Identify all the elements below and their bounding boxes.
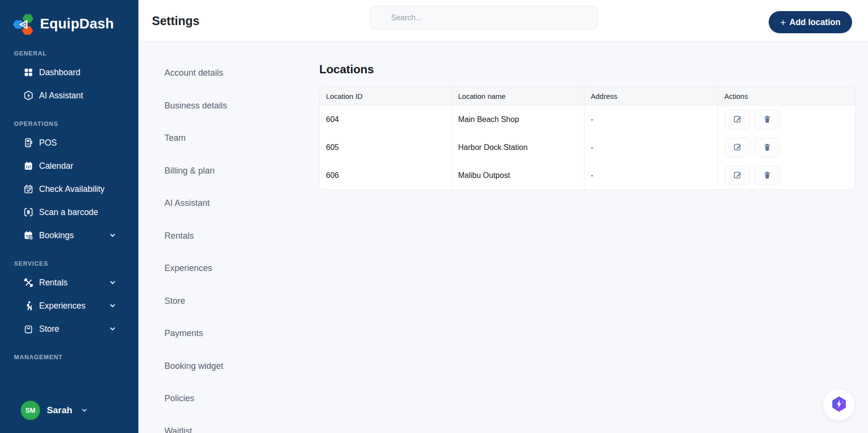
edit-location-button[interactable] bbox=[724, 138, 750, 157]
settings-menu-item-rentals[interactable]: Rentals bbox=[164, 220, 227, 253]
sidebar-item-label: AI Assistant bbox=[39, 91, 83, 101]
row-actions bbox=[724, 138, 849, 157]
main-area: Settings + Add location Account details … bbox=[138, 0, 868, 433]
user-name: Sarah bbox=[47, 405, 72, 416]
settings-menu-item-store[interactable]: Store bbox=[164, 285, 227, 318]
chevron-down-icon bbox=[81, 407, 88, 414]
sidebar-item-label: Experiences bbox=[39, 301, 85, 311]
edit-icon bbox=[733, 114, 742, 125]
trash-icon bbox=[763, 171, 772, 181]
section-label-operations: OPERATIONS bbox=[14, 121, 138, 127]
sidebar-item-check-availability[interactable]: Check Availability bbox=[23, 177, 130, 201]
table-row: 605 Harbor Dock Station - bbox=[320, 134, 855, 162]
search-input[interactable] bbox=[369, 6, 598, 30]
edit-location-button[interactable] bbox=[724, 166, 750, 185]
section-label-general: GENERAL bbox=[14, 50, 138, 57]
hiker-icon bbox=[23, 300, 34, 311]
settings-menu-item-account-details[interactable]: Account details bbox=[164, 57, 227, 90]
trash-icon bbox=[763, 115, 772, 125]
page-title: Settings bbox=[152, 14, 200, 27]
sidebar-item-label: Rentals bbox=[39, 278, 68, 288]
settings-menu-item-billing-plan[interactable]: Billing & plan bbox=[164, 155, 227, 188]
sidebar-item-label: Scan a barcode bbox=[39, 207, 98, 217]
sidebar-item-rentals[interactable]: Rentals bbox=[23, 271, 130, 294]
sidebar-item-calendar[interactable]: Calendar bbox=[23, 154, 130, 177]
cell-location-id: 605 bbox=[320, 134, 452, 162]
column-header-address: Address bbox=[584, 87, 718, 106]
delete-location-button[interactable] bbox=[754, 166, 780, 185]
section-label-management: MANAGEMENT bbox=[14, 354, 138, 361]
chevron-down-icon bbox=[109, 325, 116, 333]
content-area: Account details Business details Team Bi… bbox=[138, 41, 868, 433]
column-header-location-name: Location name bbox=[452, 87, 584, 106]
sidebar-item-dashboard[interactable]: Dashboard bbox=[23, 61, 130, 84]
calendar-icon bbox=[23, 161, 34, 171]
add-location-label: Add location bbox=[789, 17, 841, 27]
settings-menu-item-policies[interactable]: Policies bbox=[164, 382, 227, 415]
sidebar-item-experiences[interactable]: Experiences bbox=[23, 294, 130, 317]
table-row: 604 Main Beach Shop - bbox=[320, 106, 855, 134]
plus-icon: + bbox=[780, 17, 786, 27]
sidebar-item-label: Calendar bbox=[39, 161, 73, 171]
avatar: SM bbox=[21, 401, 40, 420]
settings-menu-item-team[interactable]: Team bbox=[164, 122, 227, 155]
sidebar-item-store[interactable]: Store bbox=[23, 317, 130, 340]
settings-menu-item-ai-assistant[interactable]: AI Assistant bbox=[164, 187, 227, 220]
edit-location-button[interactable] bbox=[724, 110, 750, 129]
edit-icon bbox=[733, 170, 742, 181]
sidebar: EquipDash GENERAL Dashboard AI bbox=[0, 0, 138, 433]
trash-icon bbox=[763, 143, 772, 153]
shopping-bag-icon bbox=[23, 324, 34, 334]
column-header-actions: Actions bbox=[718, 87, 855, 106]
table-row: 606 Malibu Outpost - bbox=[320, 162, 855, 189]
cell-location-name: Harbor Dock Station bbox=[452, 134, 584, 162]
cell-location-id: 604 bbox=[320, 106, 452, 134]
add-location-button[interactable]: + Add location bbox=[769, 11, 852, 33]
delete-location-button[interactable] bbox=[754, 138, 780, 157]
user-menu[interactable]: SM Sarah bbox=[21, 401, 88, 420]
column-header-location-id: Location ID bbox=[320, 87, 452, 106]
sidebar-item-label: Bookings bbox=[39, 230, 74, 241]
sidebar-item-scan-barcode[interactable]: Scan a barcode bbox=[23, 201, 130, 224]
cell-location-name: Malibu Outpost bbox=[452, 162, 584, 189]
app-window: EquipDash GENERAL Dashboard AI bbox=[0, 0, 868, 433]
settings-menu-item-payments[interactable]: Payments bbox=[164, 317, 227, 350]
sidebar-item-label: Store bbox=[39, 324, 59, 334]
pos-terminal-icon bbox=[23, 137, 34, 148]
sidebar-item-pos[interactable]: POS bbox=[23, 131, 130, 154]
locations-table: Location ID Location name Address Action… bbox=[319, 87, 855, 190]
dashboard-grid-icon bbox=[23, 67, 34, 78]
barcode-scan-icon bbox=[23, 207, 34, 217]
sidebar-item-label: Dashboard bbox=[39, 68, 81, 78]
settings-menu-item-waitlist[interactable]: Waitlist bbox=[164, 415, 227, 433]
cell-location-id: 606 bbox=[320, 162, 452, 189]
ai-assistant-fab[interactable] bbox=[823, 389, 854, 420]
settings-menu-item-booking-widget[interactable]: Booking widget bbox=[164, 350, 227, 383]
sidebar-nav: GENERAL Dashboard AI Assistant OP bbox=[0, 50, 138, 361]
chevron-down-icon bbox=[109, 279, 116, 286]
cell-location-name: Main Beach Shop bbox=[452, 106, 584, 134]
table-header-row: Location ID Location name Address Action… bbox=[320, 87, 855, 106]
row-actions bbox=[724, 110, 849, 129]
calendar-badge-icon bbox=[23, 230, 34, 241]
sidebar-item-label: POS bbox=[39, 138, 57, 148]
brand-logo[interactable]: EquipDash bbox=[0, 0, 138, 35]
sidebar-item-label: Check Availability bbox=[39, 184, 105, 194]
brand-name: EquipDash bbox=[40, 16, 114, 32]
chevron-down-icon bbox=[109, 232, 116, 239]
row-actions bbox=[724, 166, 849, 185]
settings-menu-item-business-details[interactable]: Business details bbox=[164, 90, 227, 122]
hexagon-bolt-icon bbox=[23, 90, 34, 101]
calendar-check-icon bbox=[23, 184, 34, 194]
cell-address: - bbox=[584, 106, 718, 134]
delete-location-button[interactable] bbox=[754, 110, 780, 129]
cell-address: - bbox=[584, 134, 718, 162]
hexagon-lightning-icon bbox=[831, 396, 847, 414]
sidebar-item-ai-assistant[interactable]: AI Assistant bbox=[23, 84, 130, 107]
equipdash-logo-icon bbox=[13, 13, 35, 35]
sidebar-item-bookings[interactable]: Bookings bbox=[23, 224, 130, 247]
section-label-services: SERVICES bbox=[14, 260, 138, 267]
edit-icon bbox=[733, 142, 742, 153]
settings-menu-item-experiences[interactable]: Experiences bbox=[164, 252, 227, 285]
locations-title: Locations bbox=[319, 63, 855, 76]
